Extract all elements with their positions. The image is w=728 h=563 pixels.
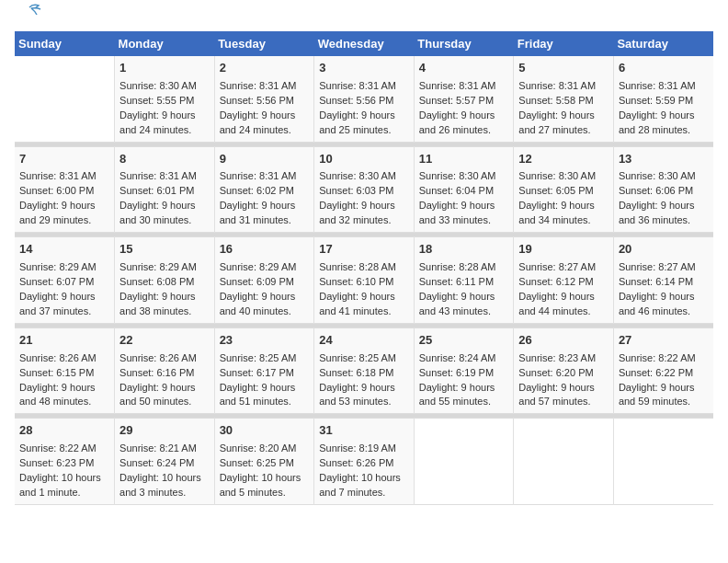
day-info: Sunset: 6:20 PM [518, 366, 609, 381]
day-info: Sunset: 6:16 PM [119, 366, 210, 381]
day-number: 25 [419, 332, 509, 350]
day-cell: 31Sunrise: 8:19 AMSunset: 6:26 PMDayligh… [314, 419, 415, 505]
day-info: Daylight: 9 hours [19, 199, 109, 213]
day-info: Sunset: 6:06 PM [619, 184, 709, 199]
day-info: and 59 minutes. [619, 395, 709, 409]
day-info: Daylight: 9 hours [220, 381, 310, 396]
day-info: and 46 minutes. [619, 304, 709, 319]
day-info: Sunset: 6:17 PM [220, 366, 310, 381]
day-info: Sunrise: 8:26 AM [119, 351, 210, 366]
day-cell: 23Sunrise: 8:25 AMSunset: 6:17 PMDayligh… [214, 327, 314, 414]
day-info: and 43 minutes. [419, 304, 509, 319]
day-number: 21 [19, 332, 109, 350]
day-cell: 20Sunrise: 8:27 AMSunset: 6:14 PMDayligh… [613, 237, 713, 324]
day-number: 28 [19, 422, 109, 440]
day-cell: 15Sunrise: 8:29 AMSunset: 6:08 PMDayligh… [115, 237, 215, 324]
day-info: Sunrise: 8:30 AM [319, 169, 409, 184]
day-number: 8 [119, 151, 210, 168]
day-info: Sunset: 6:10 PM [319, 275, 409, 290]
day-info: Daylight: 9 hours [119, 290, 210, 304]
day-number: 22 [119, 332, 210, 350]
day-number: 9 [220, 151, 310, 168]
day-number: 6 [619, 60, 709, 77]
day-cell: 28Sunrise: 8:22 AMSunset: 6:23 PMDayligh… [15, 419, 115, 505]
day-info: Sunrise: 8:30 AM [619, 169, 709, 184]
day-info: Daylight: 9 hours [619, 381, 709, 396]
day-number: 5 [518, 60, 609, 77]
day-cell: 21Sunrise: 8:26 AMSunset: 6:15 PMDayligh… [15, 327, 115, 414]
day-info: Sunrise: 8:31 AM [220, 169, 310, 184]
day-info: Sunrise: 8:22 AM [619, 351, 709, 366]
day-info: Daylight: 9 hours [619, 109, 709, 123]
day-info: Sunset: 6:22 PM [619, 366, 709, 381]
day-info: Daylight: 9 hours [220, 199, 310, 213]
day-cell: 25Sunrise: 8:24 AMSunset: 6:19 PMDayligh… [414, 327, 514, 414]
day-cell: 29Sunrise: 8:21 AMSunset: 6:24 PMDayligh… [115, 419, 215, 505]
day-info: Sunset: 6:02 PM [220, 184, 310, 199]
day-info: Sunrise: 8:22 AM [19, 442, 109, 456]
day-info: and 25 minutes. [319, 123, 409, 138]
day-number: 13 [619, 151, 709, 168]
day-info: Sunset: 5:56 PM [319, 94, 409, 109]
day-number: 11 [419, 151, 509, 168]
day-info: and 29 minutes. [19, 213, 109, 228]
column-header-sunday: Sunday [15, 31, 115, 56]
day-cell: 27Sunrise: 8:22 AMSunset: 6:22 PMDayligh… [613, 327, 713, 414]
day-info: Sunrise: 8:29 AM [220, 260, 310, 275]
day-cell: 6Sunrise: 8:31 AMSunset: 5:59 PMDaylight… [613, 56, 713, 142]
week-row-2: 7Sunrise: 8:31 AMSunset: 6:00 PMDaylight… [15, 146, 713, 233]
day-info: and 38 minutes. [119, 304, 210, 319]
day-info: Daylight: 9 hours [119, 109, 210, 123]
day-number: 12 [518, 151, 609, 168]
day-cell [613, 419, 713, 505]
day-number: 14 [19, 241, 109, 259]
day-number: 31 [319, 422, 409, 440]
day-number: 4 [419, 60, 509, 77]
week-row-5: 28Sunrise: 8:22 AMSunset: 6:23 PMDayligh… [15, 419, 713, 505]
day-info: Sunset: 6:26 PM [319, 456, 409, 471]
day-info: Daylight: 9 hours [419, 199, 509, 213]
week-row-1: 1Sunrise: 8:30 AMSunset: 5:55 PMDaylight… [15, 56, 713, 142]
day-info: Sunset: 6:00 PM [19, 184, 109, 199]
day-info: Sunrise: 8:25 AM [319, 351, 409, 366]
day-cell: 9Sunrise: 8:31 AMSunset: 6:02 PMDaylight… [214, 146, 314, 233]
day-info: Sunrise: 8:25 AM [220, 351, 310, 366]
column-header-wednesday: Wednesday [314, 31, 415, 56]
day-info: and 41 minutes. [319, 304, 409, 319]
day-info: Sunrise: 8:21 AM [119, 442, 210, 456]
day-info: Daylight: 9 hours [319, 290, 409, 304]
day-info: Daylight: 10 hours [220, 471, 310, 486]
day-cell: 10Sunrise: 8:30 AMSunset: 6:03 PMDayligh… [314, 146, 415, 233]
day-cell: 8Sunrise: 8:31 AMSunset: 6:01 PMDaylight… [115, 146, 215, 233]
day-info: Sunrise: 8:27 AM [619, 260, 709, 275]
day-info: Sunrise: 8:31 AM [19, 169, 109, 184]
week-row-3: 14Sunrise: 8:29 AMSunset: 6:07 PMDayligh… [15, 237, 713, 324]
day-cell [514, 419, 614, 505]
day-info: Sunrise: 8:26 AM [19, 351, 109, 366]
day-info: Sunset: 6:25 PM [220, 456, 310, 471]
day-info: Daylight: 9 hours [619, 199, 709, 213]
day-info: Daylight: 10 hours [19, 471, 109, 486]
day-info: Daylight: 9 hours [419, 381, 509, 396]
day-info: and 34 minutes. [518, 213, 609, 228]
day-info: Daylight: 9 hours [119, 199, 210, 213]
day-info: Daylight: 9 hours [319, 109, 409, 123]
day-info: Daylight: 9 hours [419, 109, 509, 123]
day-info: Sunset: 6:01 PM [119, 184, 210, 199]
day-info: Sunset: 6:04 PM [419, 184, 509, 199]
day-info: Sunrise: 8:31 AM [518, 79, 609, 94]
day-info: Sunrise: 8:23 AM [518, 351, 609, 366]
day-info: and 55 minutes. [419, 395, 509, 409]
day-info: and 36 minutes. [619, 213, 709, 228]
day-info: Daylight: 9 hours [319, 199, 409, 213]
header-row: SundayMondayTuesdayWednesdayThursdayFrid… [15, 31, 713, 56]
day-info: Daylight: 10 hours [119, 471, 210, 486]
day-cell: 3Sunrise: 8:31 AMSunset: 5:56 PMDaylight… [314, 56, 415, 142]
day-info: and 5 minutes. [220, 486, 310, 500]
day-cell: 5Sunrise: 8:31 AMSunset: 5:58 PMDaylight… [514, 56, 614, 142]
day-cell: 26Sunrise: 8:23 AMSunset: 6:20 PMDayligh… [514, 327, 614, 414]
day-number: 15 [119, 241, 210, 259]
day-info: Daylight: 9 hours [619, 290, 709, 304]
day-info: Sunset: 5:56 PM [220, 94, 310, 109]
column-header-monday: Monday [115, 31, 215, 56]
